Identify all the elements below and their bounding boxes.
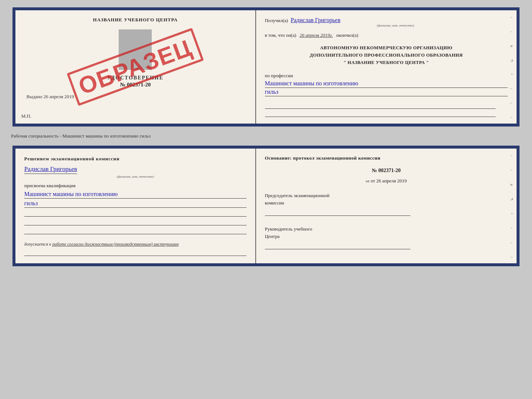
bottom-recipient-name: Радислав Григорьев bbox=[24, 165, 77, 174]
udostoverenie-block: УДОСТОВЕРЕНИЕ № 002371-20 bbox=[107, 75, 163, 88]
ot-date-value: от 26 апреля 2019 bbox=[371, 178, 407, 184]
blank-line-2 bbox=[24, 218, 247, 225]
b-side-char-ya: ,а bbox=[510, 196, 514, 201]
predsedatel-line1: Председатель экзаменационной bbox=[265, 192, 508, 199]
predsedatel-block: Председатель экзаменационной комиссии bbox=[265, 192, 508, 216]
qualif-handwritten: Машинист машины по изготовлению bbox=[24, 191, 247, 199]
side-char-ya: ,а bbox=[510, 58, 514, 62]
predsedatel-sign-line bbox=[265, 209, 411, 216]
bottom-document: Решением экзаменационной комиссии Радисл… bbox=[12, 146, 520, 266]
prisvoyena-text: присвоена квалификация bbox=[24, 183, 75, 189]
vtom-prefix: в том, что он(а) bbox=[265, 32, 296, 38]
org-block: АВТОНОМНУЮ НЕКОММЕРЧЕСКУЮ ОРГАНИЗАЦИЮ ДО… bbox=[265, 44, 508, 66]
dopuskaetsya-prefix: допускается к bbox=[24, 242, 51, 247]
b-side-char-dash4: – bbox=[510, 240, 514, 245]
okonchil-label: окончил(а) bbox=[336, 32, 358, 38]
org-line3: " НАЗВАНИЕ УЧЕБНОГО ЦЕНТРА " bbox=[265, 59, 508, 66]
professii-label: по профессии bbox=[265, 73, 293, 78]
dopusk-italic: работе согласно должностным (производств… bbox=[52, 242, 179, 247]
b-side-char-i: и bbox=[510, 182, 514, 186]
osnov-title: Основание: протокол экзаменационной коми… bbox=[265, 155, 508, 161]
rukovod-line1: Руководитель учебного bbox=[265, 225, 508, 233]
dash-line-2 bbox=[265, 110, 496, 117]
dash-line-1 bbox=[265, 102, 496, 109]
side-char-dash4: – bbox=[510, 100, 514, 105]
ot-date: от от 26 апреля 2019 bbox=[265, 178, 508, 184]
poluchil-prefix: Получил(а) bbox=[265, 18, 288, 23]
rukovod-sign-line bbox=[265, 242, 411, 249]
blank-line-4 bbox=[24, 249, 247, 256]
org-line2: ДОПОЛНИТЕЛЬНОГО ПРОФЕССИОНАЛЬНОГО ОБРАЗО… bbox=[265, 51, 508, 59]
rukovod-line2: Центра bbox=[265, 233, 508, 240]
udost-number: № 002371-20 bbox=[107, 82, 163, 88]
rukovod-block: Руководитель учебного Центра bbox=[265, 225, 508, 249]
bottom-doc-right: Основание: протокол экзаменационной коми… bbox=[256, 149, 517, 263]
protocol-number: № 002371-20 bbox=[265, 168, 508, 174]
name-subtitle: (фамилия, имя, отчество) bbox=[283, 24, 508, 27]
vtom-line: в том, что он(а) 26 апреля 2019г. окончи… bbox=[265, 32, 508, 38]
predsedatel-line2: комиссии bbox=[265, 199, 508, 207]
photo-placeholder bbox=[119, 29, 152, 70]
blank-line-3 bbox=[24, 227, 247, 234]
dopuskaetsya-text: допускается к работе согласно должностны… bbox=[24, 242, 179, 247]
b-side-char-dash1: – bbox=[510, 153, 514, 157]
side-char-dash2: – bbox=[510, 29, 514, 33]
professii-block: по профессии Машинист машины по изготовл… bbox=[265, 73, 508, 96]
top-document: НАЗВАНИЕ УЧЕБНОГО ЦЕНТРА УДОСТОВЕРЕНИЕ №… bbox=[12, 7, 520, 127]
side-char-dash5: – bbox=[510, 115, 514, 119]
profession-handwritten: Машинист машины по изготовлению bbox=[265, 80, 508, 88]
ot-prefix: от bbox=[366, 179, 370, 183]
qualif-handwritten2: гильз bbox=[24, 200, 247, 208]
profession-handwritten2: гильз bbox=[265, 89, 508, 96]
right-lines bbox=[265, 102, 508, 117]
side-char-dash3: – bbox=[510, 86, 514, 90]
vydano-line: Выдано 26 апреля 2019 bbox=[26, 94, 74, 100]
side-char-dash1: – bbox=[510, 15, 514, 19]
side-char-arrow: ← bbox=[510, 72, 514, 76]
side-char-i: и bbox=[510, 43, 514, 48]
bottom-fio-subtitle: (фамилия, имя, отчество) bbox=[24, 175, 247, 178]
resheniem-text: Решением экзаменационной комиссии bbox=[24, 156, 120, 162]
top-doc-center-title: НАЗВАНИЕ УЧЕБНОГО ЦЕНТРА bbox=[93, 17, 178, 23]
top-doc-left: НАЗВАНИЕ УЧЕБНОГО ЦЕНТРА УДОСТОВЕРЕНИЕ №… bbox=[15, 10, 256, 124]
b-side-char-dash3: – bbox=[510, 225, 514, 230]
b-side-char-dash2: – bbox=[510, 167, 514, 172]
top-doc-right: Получил(а) Радислав Григорьев (фамилия, … bbox=[256, 10, 517, 124]
poluchil-line: Получил(а) Радислав Григорьев (фамилия, … bbox=[265, 17, 508, 27]
mp-line: М.П. bbox=[21, 113, 31, 119]
remark-label: Рабочая специальность - Машинист машины … bbox=[11, 133, 151, 139]
bottom-doc-left: Решением экзаменационной комиссии Радисл… bbox=[15, 149, 256, 263]
udost-title: УДОСТОВЕРЕНИЕ bbox=[107, 75, 163, 81]
side-chars: – – и ,а ← – – – bbox=[510, 10, 514, 124]
bottom-side-chars: – – и ,а ← – – – bbox=[510, 149, 514, 263]
recipient-name: Радислав Григорьев bbox=[291, 17, 340, 23]
blank-line-1 bbox=[24, 209, 247, 217]
org-line1: АВТОНОМНУЮ НЕКОММЕРЧЕСКУЮ ОРГАНИЗАЦИЮ bbox=[265, 44, 508, 51]
completion-date: 26 апреля 2019г. bbox=[300, 32, 333, 38]
b-side-char-dash5: – bbox=[510, 254, 514, 259]
b-side-char-arrow: ← bbox=[510, 211, 514, 215]
